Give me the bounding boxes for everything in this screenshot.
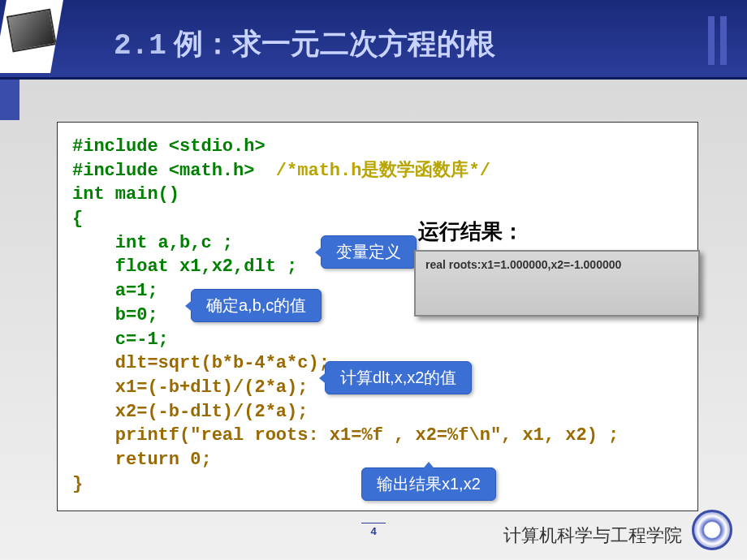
header-monitor-icon bbox=[0, 0, 63, 73]
header-decoration-bars bbox=[708, 16, 715, 65]
slide-header: 2.1 例：求一元二次方程的根 bbox=[0, 0, 747, 80]
callout-assign-abc: 确定a,b,c的值 bbox=[191, 289, 322, 322]
page-number: 4 bbox=[361, 523, 386, 537]
code-main-decl: int main() bbox=[72, 183, 683, 207]
footer-organization: 计算机科学与工程学院 bbox=[503, 523, 682, 548]
code-x2: x2=(-b-dlt)/(2*a); bbox=[72, 400, 683, 424]
result-label: 运行结果： bbox=[418, 218, 524, 246]
code-brace-open: { bbox=[72, 207, 683, 231]
callout-var-def: 变量定义 bbox=[321, 235, 417, 269]
code-include-math: #include <math.h> /*math.h是数学函数库*/ bbox=[72, 159, 683, 183]
code-include-stdio: #include <stdio.h> bbox=[72, 135, 683, 159]
console-output-text: real roots:x1=1.000000,x2=-1.000000 bbox=[425, 258, 621, 271]
code-printf: printf("real roots: x1=%f , x2=%f\n", x1… bbox=[72, 424, 683, 448]
school-logo-icon bbox=[692, 510, 732, 550]
left-accent-bar bbox=[0, 80, 19, 120]
callout-output: 输出结果x1,x2 bbox=[361, 467, 496, 501]
slide-title: 2.1 例：求一元二次方程的根 bbox=[114, 24, 495, 64]
section-number: 2.1 bbox=[114, 29, 166, 62]
code-container: #include <stdio.h> #include <math.h> /*m… bbox=[57, 122, 698, 511]
title-text: 例：求一元二次方程的根 bbox=[174, 28, 495, 60]
code-assign-c: c=-1; bbox=[72, 328, 683, 352]
console-output-box: real roots:x1=1.000000,x2=-1.000000 bbox=[414, 250, 700, 317]
callout-compute: 计算dlt,x,x2的值 bbox=[325, 361, 472, 394]
